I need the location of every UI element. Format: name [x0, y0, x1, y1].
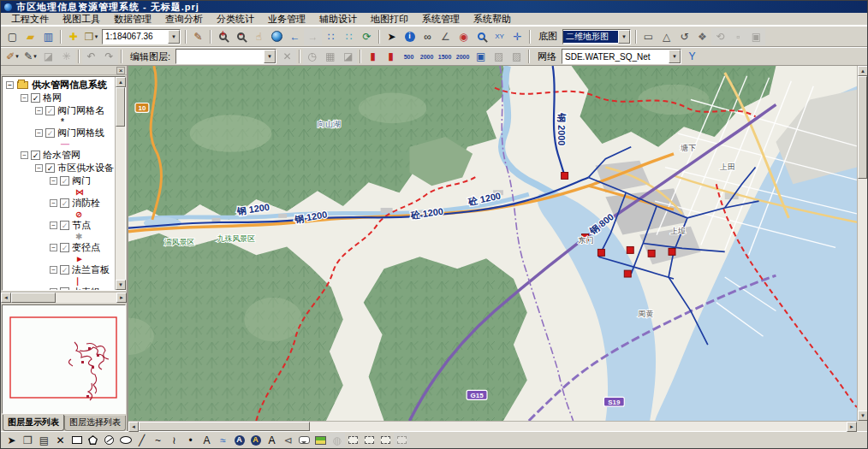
- collapse-toggle[interactable]: −: [21, 151, 28, 159]
- layer-package-button[interactable]: ❒▾: [82, 28, 100, 45]
- facility-marker[interactable]: [597, 249, 604, 256]
- tree-node-0[interactable]: −✓格网: [3, 92, 115, 104]
- select-features-button[interactable]: ➤: [383, 28, 401, 45]
- tree-node-8[interactable]: −✓变径点: [3, 241, 115, 254]
- draw-polyline-button[interactable]: ≀: [166, 433, 182, 447]
- center-point-button[interactable]: ✛: [508, 28, 526, 45]
- collapse-toggle[interactable]: −: [50, 266, 57, 274]
- save-project-button[interactable]: ▥: [39, 28, 57, 45]
- close-icon[interactable]: ×: [116, 67, 125, 74]
- split-polygon-button[interactable]: [378, 433, 394, 447]
- tree-root-label[interactable]: 供水管网信息系统: [32, 79, 107, 92]
- layer-checkbox[interactable]: ✓: [45, 163, 55, 173]
- tree-node-5[interactable]: −✓阀门: [3, 174, 115, 187]
- tree-vertical-scrollbar[interactable]: ▲ ▼: [115, 77, 125, 290]
- collapse-toggle[interactable]: −: [50, 244, 57, 251]
- map-horizontal-scrollbar[interactable]: ◄ ►: [128, 421, 857, 431]
- chevron-down-icon[interactable]: ▼: [168, 30, 180, 44]
- trace-network-button[interactable]: Y: [683, 48, 701, 65]
- map-hscroll-thumb[interactable]: [139, 422, 310, 431]
- draw-circle-button[interactable]: [101, 433, 117, 447]
- tree-hscroll-thumb[interactable]: [11, 292, 56, 303]
- sketch-measure-button[interactable]: ✎: [189, 28, 207, 45]
- scale-combo[interactable]: 1:184067.36▼: [102, 29, 181, 44]
- layer-label[interactable]: 水表组: [72, 286, 100, 290]
- overview-map[interactable]: [2, 304, 126, 414]
- paste-graphic-button[interactable]: ▤: [36, 433, 52, 447]
- refresh-map-button[interactable]: ⟳: [358, 28, 376, 45]
- tree-node-7[interactable]: −✓节点: [3, 219, 115, 232]
- clip-rectangle-button[interactable]: ▭: [639, 28, 657, 45]
- collapse-toggle[interactable]: −: [35, 164, 43, 172]
- tree-node-6[interactable]: −✓消防栓: [3, 197, 115, 210]
- layer-label[interactable]: 给水管网: [43, 149, 80, 162]
- pan-button[interactable]: ☝: [250, 28, 268, 45]
- layer-checkbox[interactable]: ✓: [60, 287, 69, 290]
- tree-scroll-thumb[interactable]: [116, 87, 125, 127]
- layer-label[interactable]: 市区供水设备: [57, 162, 114, 174]
- collapse-toggle[interactable]: −: [21, 94, 28, 102]
- burst-analysis-2000-button[interactable]: 2000: [418, 48, 436, 65]
- map-vscroll-thumb[interactable]: [858, 76, 867, 179]
- tree-node-1[interactable]: −✓阀门网格名: [3, 104, 115, 117]
- scale-combo-value[interactable]: 1:184067.36: [103, 32, 168, 41]
- measure-distance-button[interactable]: ∠: [437, 28, 455, 45]
- burst-analysis-2000b-button[interactable]: 2000: [454, 48, 472, 65]
- menu-item-2[interactable]: 数据管理: [107, 13, 158, 26]
- collapse-toggle[interactable]: −: [6, 81, 14, 89]
- edit-tool-button[interactable]: ✎▾: [21, 48, 39, 65]
- facility-marker[interactable]: [669, 248, 675, 255]
- layer-checkbox[interactable]: ✓: [60, 243, 69, 252]
- tree-root[interactable]: −供水管网信息系统: [3, 79, 115, 92]
- collapse-toggle[interactable]: −: [50, 177, 57, 185]
- identify-button[interactable]: i: [401, 28, 419, 45]
- clip-lasso-button[interactable]: ↺: [675, 28, 693, 45]
- layer-label[interactable]: 变径点: [72, 241, 100, 254]
- chevron-down-icon[interactable]: ▼: [669, 50, 681, 63]
- title-bar[interactable]: 市区地理信息资源管理系统 - 无标题.prj: [1, 1, 867, 13]
- collapse-toggle[interactable]: −: [50, 199, 57, 207]
- menu-item-6[interactable]: 辅助设计: [312, 13, 364, 26]
- zoom-resolution-button[interactable]: ∷: [340, 28, 358, 45]
- draw-ellipse-button[interactable]: [117, 433, 134, 447]
- full-extent-button[interactable]: [268, 28, 286, 45]
- chevron-down-icon[interactable]: ▾: [95, 33, 98, 40]
- locate-point-button[interactable]: ◉: [455, 28, 473, 45]
- tree-horizontal-scrollbar[interactable]: ◄ ►: [1, 292, 127, 303]
- draw-text-button[interactable]: A: [199, 433, 215, 447]
- open-valve-button[interactable]: ▮: [382, 48, 400, 65]
- menu-item-8[interactable]: 系统管理: [415, 13, 467, 26]
- tree-node-3[interactable]: −✓给水管网: [3, 149, 115, 162]
- layer-checkbox[interactable]: ✓: [60, 265, 69, 275]
- layer-label[interactable]: 法兰盲板: [72, 263, 110, 276]
- burst-analysis-1500-button[interactable]: 1500: [436, 48, 454, 65]
- network-combo[interactable]: SDE.WATER_SQ_Net▼: [562, 49, 681, 64]
- map-vertical-scrollbar[interactable]: ▲ ▼: [857, 66, 867, 421]
- zoom-in-button[interactable]: +: [214, 28, 232, 45]
- callout-bubble-button[interactable]: [296, 433, 312, 447]
- zoom-out-button[interactable]: -: [232, 28, 250, 45]
- union-polygon-button[interactable]: [361, 433, 378, 447]
- menu-item-1[interactable]: 视图工具: [56, 13, 107, 26]
- scroll-left-icon[interactable]: ◄: [1, 292, 11, 303]
- scroll-up-icon[interactable]: ▲: [116, 77, 126, 87]
- menu-item-7[interactable]: 地图打印: [364, 13, 415, 26]
- layer-checkbox[interactable]: ✓: [45, 128, 55, 138]
- draw-point-button[interactable]: •: [182, 433, 199, 447]
- reshape-polygon-button[interactable]: [345, 433, 361, 447]
- draw-rectangle-button[interactable]: [68, 433, 85, 447]
- layer-label[interactable]: 格网: [43, 92, 62, 104]
- expand-toggle[interactable]: +: [50, 288, 57, 290]
- tree-node-9[interactable]: −✓法兰盲板: [3, 263, 115, 276]
- map-scroll-right-icon[interactable]: ►: [847, 422, 857, 432]
- find-button[interactable]: ∞: [419, 28, 437, 45]
- layer-label[interactable]: 消防栓: [72, 197, 100, 210]
- map-canvas[interactable]: 钢 1200钢 1200砼 1200砼 1200钢 2000钢 800向山湖塘下…: [128, 66, 857, 421]
- layer-checkbox[interactable]: ✓: [31, 151, 40, 160]
- draw-curve-button[interactable]: ~: [150, 433, 166, 447]
- chevron-down-icon[interactable]: ▾: [15, 53, 19, 60]
- map-snapshot-button[interactable]: ▣: [472, 48, 490, 65]
- menu-item-0[interactable]: 工程文件: [4, 13, 56, 26]
- clip-polygon-button[interactable]: △: [657, 28, 675, 45]
- callout-pointer-button[interactable]: ⊲: [280, 433, 296, 447]
